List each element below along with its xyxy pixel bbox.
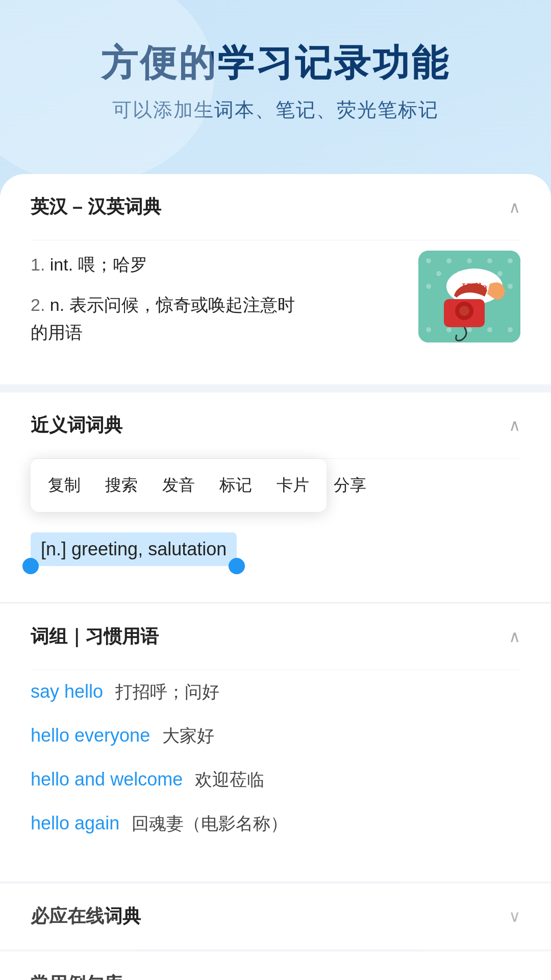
selection-handle-right — [229, 558, 245, 574]
phrases-section-header[interactable]: 词组｜习惯用语 ∧ — [0, 604, 551, 670]
svg-point-10 — [426, 284, 431, 289]
svg-point-15 — [446, 327, 452, 332]
phrase-4-en: hello again — [31, 813, 119, 834]
svg-point-24 — [459, 306, 469, 316]
svg-point-16 — [467, 327, 472, 332]
page-root: 方便的学习记录功能 可以添加生词本、笔记、荧光笔标记 英汉 – 汉英词典 ∧ 1… — [0, 0, 551, 980]
dict-entries: 1. int. 喂；哈罗 2. n. 表示问候，惊奇或唤起注意时的用语 — [0, 240, 551, 384]
phrase-1-en: say hello — [31, 681, 103, 702]
synonym-section-title: 近义词词典 — [31, 413, 122, 438]
entry-1-num: 1. — [31, 255, 45, 274]
phrase-3-en: hello and welcome — [31, 769, 183, 790]
bg-blob-1 — [0, 0, 214, 184]
phrase-4-zh: 回魂妻（电影名称） — [132, 812, 288, 836]
svg-point-1 — [426, 258, 431, 263]
svg-point-2 — [446, 258, 452, 263]
svg-point-5 — [508, 258, 513, 263]
phrase-1-zh: 打招呼；问好 — [115, 680, 219, 704]
svg-point-17 — [487, 327, 492, 332]
svg-point-9 — [497, 271, 503, 276]
phrase-2-en: hello everyone — [31, 725, 150, 746]
dict-entry-2: 2. n. 表示问候，惊奇或唤起注意时的用语 — [31, 291, 403, 347]
svg-point-6 — [436, 271, 441, 276]
menu-card[interactable]: 卡片 — [264, 469, 321, 502]
hello-image: Hello — [418, 251, 520, 342]
synonym-chevron-up-icon: ∧ — [509, 415, 520, 435]
dict-text: 1. int. 喂；哈罗 2. n. 表示问候，惊奇或唤起注意时的用语 — [31, 251, 403, 358]
phrase-3-zh: 欢迎莅临 — [195, 768, 264, 792]
menu-search[interactable]: 搜索 — [93, 469, 150, 502]
menu-share[interactable]: 分享 — [321, 469, 379, 502]
dict-section: 英汉 – 汉英词典 ∧ 1. int. 喂；哈罗 2. n. — [0, 174, 551, 384]
selection-handle-left — [22, 558, 39, 574]
entry-2-type: n. — [50, 295, 69, 314]
svg-point-13 — [508, 284, 513, 289]
phrase-item-3[interactable]: hello and welcome 欢迎莅临 — [31, 768, 520, 792]
selected-text: [n.] greeting, salutation — [31, 532, 237, 566]
svg-point-3 — [467, 258, 472, 263]
synonym-content: 复制 搜索 发音 标记 卡片 分享 [n.] greeting, salutat… — [0, 459, 551, 602]
menu-mark[interactable]: 标记 — [207, 469, 264, 502]
entry-1-meaning: 喂；哈罗 — [78, 255, 147, 274]
entry-2-meaning: 表示问候，惊奇或唤起注意时的用语 — [31, 295, 295, 342]
selected-text-wrapper: [n.] greeting, salutation — [31, 532, 237, 566]
context-menu: 复制 搜索 发音 标记 卡片 分享 — [31, 459, 327, 512]
dict-content: 1. int. 喂；哈罗 2. n. 表示问候，惊奇或唤起注意时的用语 — [31, 251, 520, 358]
phrases-section-title: 词组｜习惯用语 — [31, 624, 159, 649]
dict-entry-1: 1. int. 喂；哈罗 — [31, 251, 403, 278]
phrase-item-1[interactable]: say hello 打招呼；问好 — [31, 680, 520, 704]
phrase-2-zh: 大家好 — [162, 724, 214, 748]
dict-chevron-up-icon: ∧ — [509, 198, 520, 217]
synonym-section: 近义词词典 ∧ 复制 搜索 发音 标记 卡片 分享 [n.] greeting,… — [0, 393, 551, 602]
dict-section-title: 英汉 – 汉英词典 — [31, 194, 161, 219]
phrases-chevron-up-icon: ∧ — [509, 627, 520, 646]
svg-point-18 — [508, 327, 513, 332]
synonym-section-header[interactable]: 近义词词典 ∧ — [0, 393, 551, 458]
dict-section-header[interactable]: 英汉 – 汉英词典 ∧ — [0, 174, 551, 240]
menu-copy[interactable]: 复制 — [36, 469, 93, 502]
svg-point-4 — [487, 258, 492, 263]
svg-point-14 — [426, 327, 431, 332]
menu-pronounce[interactable]: 发音 — [150, 469, 207, 502]
phrase-item-2[interactable]: hello everyone 大家好 — [31, 724, 520, 748]
entry-1-type: int. — [50, 255, 78, 274]
entry-2-num: 2. — [31, 295, 45, 314]
